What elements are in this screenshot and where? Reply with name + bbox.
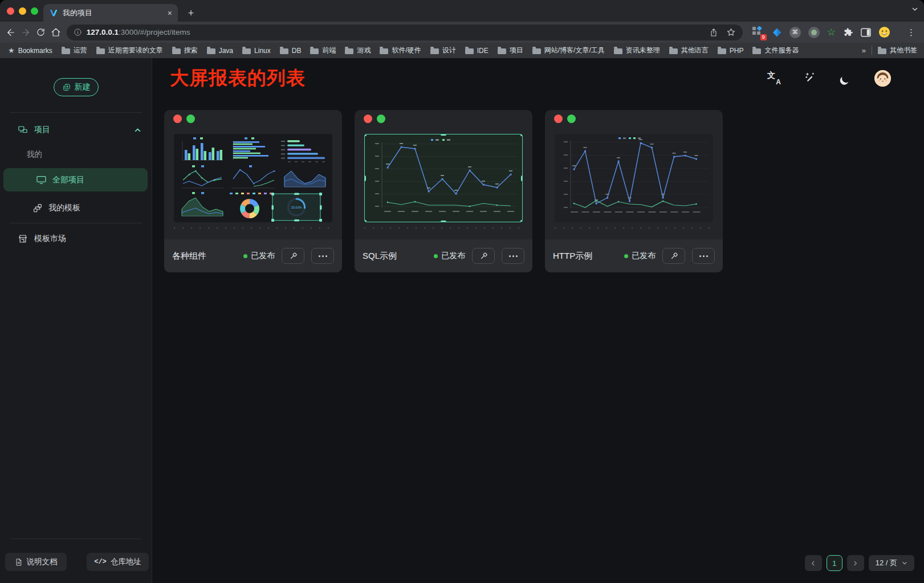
minimize-window-button[interactable] <box>19 7 26 15</box>
status-label: 已发布 <box>251 251 275 261</box>
bookmarks-bar: ★Bookmarks 运营 近期需要读的文章 搜索 Java Linux DB … <box>0 43 924 58</box>
chrome-menu-icon[interactable]: ⋮ <box>903 27 919 38</box>
bookmark-star-icon[interactable] <box>726 27 736 37</box>
more-actions-button[interactable] <box>502 248 524 264</box>
bookmark-folder[interactable]: 设计 <box>430 46 456 55</box>
new-project-button[interactable]: 新建 <box>54 78 99 96</box>
folder-icon <box>498 48 506 54</box>
magic-wand-icon[interactable] <box>803 71 817 85</box>
bookmark-folder[interactable]: 软件/硬件 <box>380 46 421 55</box>
kite-extension-icon[interactable] <box>772 27 782 38</box>
card-footer: SQL示例 已发布 <box>355 239 532 272</box>
page-size-select[interactable]: 12 / 页 <box>869 555 914 571</box>
folder-icon <box>280 48 288 54</box>
bookmark-folder[interactable]: 近期需要读的文章 <box>96 46 163 55</box>
bookmark-folder[interactable]: Linux <box>242 46 271 55</box>
sidebar-item-template-market[interactable]: 模板市场 <box>0 229 152 248</box>
profile-emoji-avatar[interactable] <box>878 26 890 38</box>
recorder-extension-icon[interactable] <box>808 27 820 38</box>
site-info-icon[interactable] <box>74 28 82 36</box>
star-extension-icon[interactable]: ☆ <box>827 27 836 37</box>
bookmarks-manager[interactable]: ★Bookmarks <box>8 46 52 55</box>
project-card[interactable]: SQL示例 已发布 <box>355 110 532 272</box>
components-preview-chart: 25.00% <box>174 134 332 222</box>
folder-icon <box>878 48 886 54</box>
docs-button[interactable]: 说明文档 <box>5 553 67 571</box>
close-window-button[interactable] <box>7 7 14 15</box>
project-card[interactable]: 25.00% 各种组件 已发布 <box>164 110 342 272</box>
forward-icon[interactable] <box>19 25 32 40</box>
extension-badge: 9 <box>760 34 767 40</box>
bookmark-folder-label: Linux <box>254 47 271 55</box>
extensions-puzzle-icon[interactable] <box>843 27 853 38</box>
sidebar-divider <box>10 539 142 539</box>
current-page-button[interactable]: 1 <box>827 555 842 571</box>
folder-icon <box>752 48 761 54</box>
chevron-up-icon[interactable] <box>134 127 141 134</box>
sidebar-group-project[interactable]: 项目 <box>0 121 152 139</box>
active-tab[interactable]: 我的项目 × <box>43 4 178 22</box>
bookmark-folder[interactable]: IDE <box>465 46 489 55</box>
home-icon[interactable] <box>50 25 62 40</box>
sidebar-item-my-templates[interactable]: 我的模板 <box>0 198 152 218</box>
more-actions-button[interactable] <box>311 248 334 264</box>
bookmark-folder[interactable]: 其他语言 <box>669 46 709 55</box>
repo-button[interactable]: </> 仓库地址 <box>87 553 149 571</box>
user-avatar[interactable] <box>874 70 891 87</box>
maximize-window-button[interactable] <box>31 7 38 15</box>
sidebar: 新建 项目 我的 全部项目 我的模板 模板市场 <box>0 58 152 583</box>
next-page-button[interactable] <box>847 555 864 571</box>
bookmark-folder-label: PHP <box>730 47 744 55</box>
docs-label: 说明文档 <box>27 557 58 567</box>
url-text[interactable]: 127.0.0.1:3000/#/project/items <box>87 28 705 36</box>
project-thumbnail[interactable]: 25.00% <box>174 134 332 222</box>
bookmark-folder[interactable]: 前端 <box>310 46 336 55</box>
template-market-label: 模板市场 <box>34 234 66 244</box>
bookmark-folder[interactable]: 资讯未整理 <box>614 46 660 55</box>
bookmark-folder-label: 文件服务器 <box>764 46 799 55</box>
other-bookmarks[interactable]: 其他书签 <box>878 46 917 55</box>
bookmark-folder-label: 运营 <box>74 46 87 55</box>
workflow-icon <box>32 203 43 213</box>
bookmark-folder[interactable]: Java <box>207 46 233 55</box>
card-footer: HTTP示例 已发布 <box>545 239 723 272</box>
bookmark-folder[interactable]: DB <box>280 46 302 55</box>
language-translate-icon[interactable]: 文A <box>767 71 781 85</box>
tab-search-chevron-icon[interactable] <box>911 6 918 13</box>
bookmark-folder[interactable]: 文件服务器 <box>752 46 799 55</box>
reload-icon[interactable] <box>34 25 47 40</box>
ellipsis-icon <box>509 255 518 257</box>
card-green-dot <box>567 115 576 123</box>
side-panel-icon[interactable] <box>861 28 871 37</box>
edit-project-button[interactable] <box>662 248 685 264</box>
all-projects-label: 全部项目 <box>52 175 84 185</box>
storefront-icon <box>18 234 28 244</box>
project-thumbnail[interactable] <box>555 134 713 222</box>
new-tab-button[interactable]: + <box>184 6 198 21</box>
more-actions-button[interactable] <box>692 248 715 264</box>
project-thumbnail[interactable] <box>364 134 523 222</box>
sidebar-item-all-projects[interactable]: 全部项目 <box>3 168 148 191</box>
edit-project-button[interactable] <box>472 248 495 264</box>
bookmark-folder-label: 前端 <box>322 46 336 55</box>
prev-page-button[interactable] <box>805 555 822 571</box>
bookmark-folder[interactable]: 搜索 <box>172 46 198 55</box>
bookmark-folder[interactable]: 运营 <box>62 46 87 55</box>
sidebar-divider <box>10 112 142 113</box>
tab-close-icon[interactable]: × <box>168 9 172 17</box>
share-icon[interactable] <box>709 28 718 37</box>
project-card[interactable]: HTTP示例 已发布 <box>545 110 723 272</box>
tab-manager-extension-icon[interactable]: 9 <box>752 26 764 39</box>
command-extension-icon[interactable]: ⌘ <box>789 27 801 38</box>
bookmark-folder[interactable]: 项目 <box>498 46 523 55</box>
edit-project-button[interactable] <box>282 248 304 264</box>
back-icon[interactable] <box>5 25 17 40</box>
bookmarks-overflow-chevron[interactable]: » <box>862 46 866 55</box>
bookmark-folder[interactable]: PHP <box>718 46 744 55</box>
bookmark-folder[interactable]: 游戏 <box>345 46 371 55</box>
dark-mode-moon-icon[interactable] <box>838 71 853 85</box>
gauge-value: 25.00% <box>291 206 302 209</box>
bookmark-folder[interactable]: 网站/博客/文章/工具 <box>532 46 605 55</box>
address-bar[interactable]: 127.0.0.1:3000/#/project/items <box>67 25 743 40</box>
status-label: 已发布 <box>441 251 465 261</box>
